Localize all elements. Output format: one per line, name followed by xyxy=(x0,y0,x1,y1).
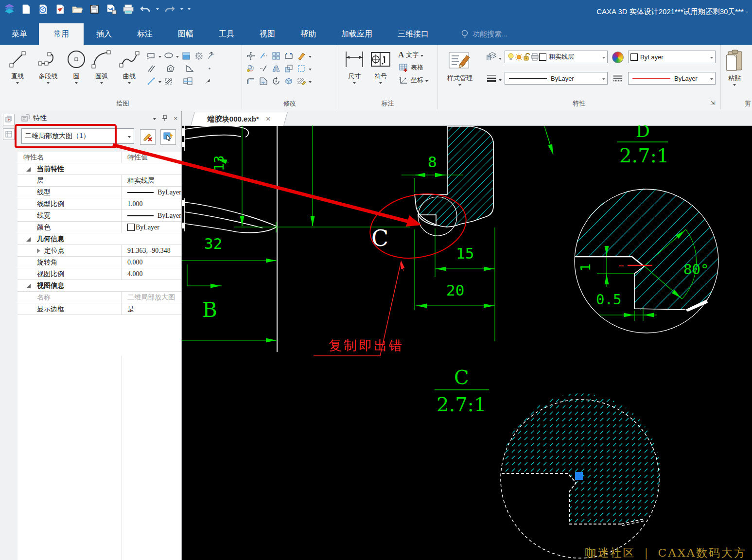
table-tool-button[interactable]: 表格 xyxy=(398,61,428,74)
dock-tool-icon-2[interactable] xyxy=(3,128,15,140)
property-row-show-border[interactable]: 显示边框 是 xyxy=(17,303,181,315)
drawing-canvas[interactable]: 8 15 20 32 13 B D 2.7:1 C 2.7:1 1 0.5 80… xyxy=(182,125,752,560)
line-tool-button[interactable]: 直线 xyxy=(4,45,31,97)
property-row-view-name[interactable]: 名称 二维局部放大图 xyxy=(17,292,181,303)
toolbar-options-caret[interactable] xyxy=(188,8,191,10)
hatch-edit-tool-icon[interactable] xyxy=(296,76,307,87)
save-as-icon[interactable] xyxy=(105,3,118,16)
parallel-line-tool-icon[interactable] xyxy=(146,63,157,74)
linetype-combo[interactable]: ByLayer xyxy=(505,72,608,85)
save-icon[interactable] xyxy=(88,3,101,16)
annotation-text[interactable]: 复制即出错 xyxy=(329,338,404,353)
property-row-linetype-scale[interactable]: 线型比例 1.000 xyxy=(17,198,181,210)
lineweight-icon[interactable] xyxy=(486,73,497,84)
panel-pin-icon[interactable] xyxy=(162,115,168,122)
tab-insert[interactable]: 插入 xyxy=(84,23,124,45)
scale-tool-icon[interactable] xyxy=(283,63,294,74)
rotate-tool-icon[interactable] xyxy=(271,76,281,87)
ellipse-dropdown-caret[interactable] xyxy=(176,56,179,58)
new-from-template-icon[interactable] xyxy=(37,3,50,16)
gear-tool-icon[interactable] xyxy=(193,51,204,61)
symbol-button[interactable]: 符号 xyxy=(367,45,394,97)
section-geometry-info[interactable]: 几何信息 xyxy=(17,233,181,245)
tab-menu[interactable]: 菜单 xyxy=(0,23,39,45)
stretch-tool-icon[interactable] xyxy=(283,51,294,61)
tab-tools[interactable]: 工具 xyxy=(206,23,247,45)
property-row-layer[interactable]: 层 粗实线层 xyxy=(17,175,181,187)
section-view-info[interactable]: 视图信息 xyxy=(17,280,181,292)
fill-tool-icon[interactable] xyxy=(181,51,192,61)
row-expander-icon[interactable] xyxy=(37,248,40,253)
tab-annotate[interactable]: 标注 xyxy=(124,23,165,45)
style-manager-button[interactable]: 样式管理 xyxy=(438,46,481,98)
property-row-view-scale[interactable]: 视图比例 4.000 xyxy=(17,268,181,280)
trim-tool-icon[interactable] xyxy=(258,51,269,61)
block-tool-icon[interactable] xyxy=(283,76,294,87)
rectangle-tool-icon[interactable] xyxy=(146,51,157,61)
arc-tool-button[interactable]: 圆弧 xyxy=(87,45,116,97)
hatch-edit-dropdown-caret[interactable] xyxy=(309,81,312,83)
polygon-tool-icon[interactable] xyxy=(165,63,176,74)
move-tool-icon[interactable] xyxy=(245,51,256,61)
redo-dropdown-caret[interactable] xyxy=(180,8,183,10)
property-row-color[interactable]: 颜色 ByLayer xyxy=(17,222,181,233)
panel-dropdown-caret[interactable] xyxy=(153,117,156,120)
document-tab-close-icon[interactable]: × xyxy=(266,114,271,124)
frame-select-tool-icon[interactable] xyxy=(296,63,307,74)
selection-grip[interactable] xyxy=(575,472,583,480)
polyline-tool-button[interactable]: 多段线 xyxy=(31,45,65,97)
property-row-linetype[interactable]: 线型 ByLayer xyxy=(17,187,181,198)
multiline-style-icon[interactable] xyxy=(612,73,623,84)
property-row-position[interactable]: 定位点 91.363, -90.348 xyxy=(17,245,181,257)
point-tool-icon[interactable] xyxy=(204,63,215,74)
color-wheel-icon[interactable] xyxy=(612,51,624,64)
select-filter-button[interactable] xyxy=(160,129,176,145)
app-logo-icon[interactable] xyxy=(3,3,16,16)
dimension-style-combo[interactable]: ByLayer xyxy=(628,72,716,85)
array-tool-icon[interactable] xyxy=(271,51,281,61)
fillet-tool-icon[interactable] xyxy=(245,76,256,87)
layer-combo[interactable]: 粗实线层 xyxy=(505,51,608,63)
chamfer-tool-icon[interactable] xyxy=(258,76,269,87)
formula-curve-tool-icon[interactable] xyxy=(185,63,195,74)
function-search[interactable]: 功能搜索... xyxy=(461,23,508,45)
paste-button[interactable]: 粘贴 xyxy=(720,46,749,98)
axis-line-dropdown-caret[interactable] xyxy=(158,81,161,83)
color-combo[interactable]: ByLayer xyxy=(628,51,716,63)
dimension-button[interactable]: 尺寸 xyxy=(342,45,367,97)
property-row-lineweight[interactable]: 线宽 ByLayer xyxy=(17,210,181,222)
tab-common[interactable]: 常用 xyxy=(39,23,84,45)
selected-object-combo[interactable]: 二维局部放大图（1） xyxy=(21,128,134,144)
layer-settings-icon[interactable] xyxy=(486,52,497,62)
select-arrow-icon[interactable] xyxy=(202,76,213,87)
text-area-tool-icon[interactable] xyxy=(206,51,217,61)
document-tab[interactable]: 端胶块000.exb* × xyxy=(191,112,288,126)
undo-dropdown-caret[interactable] xyxy=(156,8,159,10)
tab-help[interactable]: 帮助 xyxy=(288,23,329,45)
ellipse-tool-icon[interactable] xyxy=(163,51,174,61)
tab-addons[interactable]: 加载应用 xyxy=(329,23,385,45)
profile-tool-icon[interactable] xyxy=(183,76,193,87)
axis-line-tool-icon[interactable] xyxy=(146,76,157,87)
erase-tool-icon[interactable] xyxy=(296,51,307,61)
open-file-icon[interactable] xyxy=(71,3,84,16)
dock-tool-icon-1[interactable] xyxy=(3,114,15,125)
tab-sheet[interactable]: 图幅 xyxy=(165,23,206,45)
tab-3d-interface[interactable]: 三维接口 xyxy=(385,23,441,45)
edit-delete-button[interactable] xyxy=(140,129,156,145)
curve-tool-button[interactable]: 曲线 xyxy=(116,45,143,97)
break-tool-icon[interactable] xyxy=(258,63,269,74)
rectangle-dropdown-caret[interactable] xyxy=(158,56,161,58)
tab-view[interactable]: 视图 xyxy=(247,23,288,45)
print-icon[interactable] xyxy=(122,3,135,16)
detail-view-c-selected[interactable] xyxy=(501,393,660,558)
label-c-white[interactable]: C xyxy=(371,225,388,251)
undo-icon[interactable] xyxy=(139,3,152,16)
layer-settings-caret[interactable] xyxy=(499,58,502,60)
lineweight-caret[interactable] xyxy=(499,79,502,81)
part-section-hatched[interactable] xyxy=(415,126,493,227)
section-current-properties[interactable]: 当前特性 xyxy=(17,163,181,175)
detail-view-d[interactable] xyxy=(575,188,718,333)
text-tool-button[interactable]: A 文字 xyxy=(398,49,428,61)
coordinate-tool-button[interactable]: 坐标 xyxy=(398,74,428,87)
